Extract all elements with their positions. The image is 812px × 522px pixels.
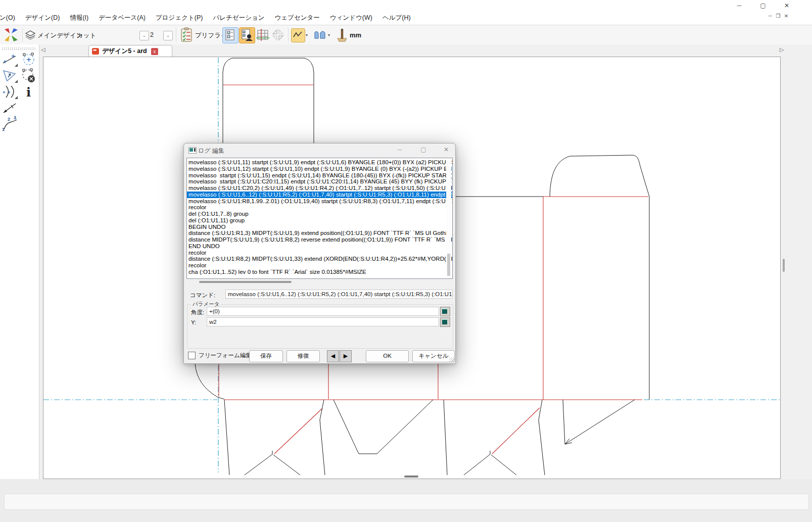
previous-command-button[interactable]: ◀ xyxy=(327,350,339,362)
window-titlebar: ─ ▢ ✕ xyxy=(0,0,812,11)
dialog-title: ログ 編集 xyxy=(198,147,224,155)
calculator-icon xyxy=(442,319,447,324)
mdi-minimize-button[interactable]: ─ xyxy=(766,13,774,19)
scale-dropdown-right[interactable]: ⌄ xyxy=(163,31,173,40)
repair-button[interactable]: 修復 xyxy=(286,350,320,362)
log-row-0[interactable]: movelasso (:S:U:U1,11) startpt (:S:U:U1,… xyxy=(187,159,452,166)
numbered-points-tool[interactable]: 1 2 3 xyxy=(1,116,18,132)
freeform-edit-checkbox[interactable] xyxy=(188,352,196,359)
dialog-maximize-button[interactable]: ▢ xyxy=(415,144,432,156)
tab-design5[interactable]: デザイン5 - ard x xyxy=(88,45,172,57)
document-icon xyxy=(92,48,99,55)
command-field[interactable]: movelasso (:S:U:U1,6..12) (:S:U:U1:R5,2)… xyxy=(225,290,453,299)
angle-line-tool[interactable] xyxy=(1,52,18,67)
lasso-remove-tool[interactable] xyxy=(20,68,37,83)
toolbar-grip xyxy=(2,48,35,49)
menu-item-5[interactable]: パレチゼーション xyxy=(208,14,269,22)
menu-item-4[interactable]: プロジェクト(P) xyxy=(151,14,208,22)
preflight-clipboard-icon[interactable] xyxy=(180,27,193,42)
units-pin-icon[interactable] xyxy=(336,27,349,42)
menu-item-2[interactable]: 情報(I) xyxy=(65,14,93,22)
tab-scroll-right-icon[interactable]: ▷ xyxy=(780,46,784,53)
log-row-16[interactable]: recolor xyxy=(187,262,452,269)
window-close-button[interactable]: ✕ xyxy=(775,0,798,11)
line-type-dropdown-arrow[interactable]: ▾ xyxy=(306,33,308,37)
log-row-15[interactable]: distance (:S:U:U1:R8,2) MIDPT(:S:U:U1,33… xyxy=(187,256,452,262)
double-arc-tool[interactable] xyxy=(1,84,18,100)
window-maximize-button[interactable]: ▢ xyxy=(751,0,775,11)
tab-close-button[interactable]: x xyxy=(151,48,158,55)
checklist-user-icon xyxy=(240,28,254,42)
menu-item-3[interactable]: データベース(A) xyxy=(93,14,151,22)
angle-field[interactable]: +(0) xyxy=(207,307,439,316)
line-type-button[interactable] xyxy=(291,28,305,42)
angle-label: 角度: xyxy=(191,309,204,316)
mdi-restore-button[interactable]: ❐ xyxy=(774,13,782,19)
svg-text:3: 3 xyxy=(14,116,16,120)
layer-name-label[interactable]: メインデザイン xyxy=(37,31,83,40)
checklist-user-button[interactable] xyxy=(239,27,255,43)
ok-button[interactable]: OK xyxy=(366,350,409,362)
flyout-arrow xyxy=(15,96,18,99)
info-tool[interactable]: i xyxy=(20,84,37,100)
checklist-button[interactable] xyxy=(222,27,238,43)
bridging-dropdown-arrow[interactable]: ▾ xyxy=(328,33,330,37)
status-bar xyxy=(0,479,812,522)
y-field[interactable]: w2 xyxy=(207,317,439,326)
window-minimize-button[interactable]: ─ xyxy=(728,0,751,11)
menu-item-0[interactable]: ン(O) xyxy=(0,14,20,22)
dialog-icon xyxy=(188,147,197,154)
scale-dropdown-left[interactable]: ⌄ xyxy=(139,31,149,40)
log-row-12[interactable]: distance MIDPT(:S:U:U1,9) (:S:U:U1:R8,2)… xyxy=(187,236,452,243)
log-row-9[interactable]: del (:O1:U1,11) group xyxy=(187,217,452,224)
dialog-resize-grip[interactable] xyxy=(449,357,454,362)
log-row-8[interactable]: del (:O1:U1,7..8) group xyxy=(187,211,452,217)
svg-text:2: 2 xyxy=(8,117,10,122)
rebuild-design-button[interactable] xyxy=(3,27,20,43)
dialog-close-button[interactable]: ✕ xyxy=(438,144,455,156)
menu-item-8[interactable]: ヘルプ(H) xyxy=(377,14,416,22)
log-row-5[interactable]: movelasso (:S:U:U1,6..12) (:S:U:U1:R5,2)… xyxy=(187,192,452,198)
mdi-close-button[interactable]: ✕ xyxy=(782,13,790,19)
grid-lines-icon[interactable] xyxy=(256,28,270,42)
log-row-13[interactable]: END UNDO xyxy=(187,243,452,250)
calculator-icon xyxy=(442,308,447,314)
canvas-horizontal-scrollbar-thumb[interactable] xyxy=(404,476,418,478)
canvas-vertical-scrollbar-thumb[interactable] xyxy=(783,259,785,272)
dialog-minimize-button[interactable]: ─ xyxy=(391,144,408,156)
y-calculator-button[interactable] xyxy=(440,317,450,327)
tab-label: デザイン5 - ard xyxy=(102,47,147,56)
lasso-add-tool[interactable] xyxy=(20,52,37,67)
log-row-4[interactable]: movelasso (:S:U:U1:C20,2) (:S:U:U1,49) (… xyxy=(187,185,452,192)
log-list-vertical-scrollbar-thumb[interactable] xyxy=(447,254,450,276)
next-command-button[interactable]: ▶ xyxy=(340,350,352,362)
flyout-arrow xyxy=(15,64,18,67)
log-row-17[interactable]: cha (:O1:U1,1..52) lev 0 to font `TTF R`… xyxy=(187,269,452,275)
save-button[interactable]: 保存 xyxy=(249,350,283,362)
dialog-titlebar[interactable]: ログ 編集 ─ ▢ ✕ xyxy=(184,144,455,156)
layers-icon[interactable] xyxy=(24,29,36,40)
toolbar-grip xyxy=(2,49,35,50)
menu-item-7[interactable]: ウィンドウ(W) xyxy=(325,14,377,22)
checklist-icon xyxy=(223,28,237,42)
log-list-horizontal-scrollbar-thumb[interactable] xyxy=(199,281,292,283)
line-arrow-tool[interactable] xyxy=(1,100,18,116)
cancel-button[interactable]: キャンセル xyxy=(412,350,455,362)
freeform-edit-row: フリーフォーム編集 xyxy=(188,352,252,359)
log-row-1[interactable]: movelasso (:S:U:U1,12) startpt (:S:U:U1,… xyxy=(187,166,452,172)
log-command-list[interactable]: movelasso (:S:U:U1,11) startpt (:S:U:U1,… xyxy=(186,158,453,279)
sublayer-name-label[interactable]: カット xyxy=(77,31,96,40)
tab-scroll-left-icon[interactable]: ◁ xyxy=(41,46,45,53)
menu-item-1[interactable]: デザイン(D) xyxy=(20,14,65,22)
units-label[interactable]: mm xyxy=(350,31,361,39)
svg-text:1: 1 xyxy=(2,127,5,132)
toolbar-separator xyxy=(288,28,289,42)
menu-item-6[interactable]: ウェブセンター xyxy=(270,14,325,22)
angle-calculator-button[interactable] xyxy=(440,307,450,316)
bridging-button[interactable] xyxy=(313,28,326,41)
menubar: ン(O)デザイン(D)情報(I)データベース(A)プロジェクト(P)パレチゼーシ… xyxy=(0,11,812,25)
arc-direction-tool[interactable] xyxy=(1,68,18,83)
y-label: Y: xyxy=(191,319,196,325)
log-row-6[interactable]: movelasso (:S:U:U1:R8,1.99..2.01) (:O1:U… xyxy=(187,198,452,205)
fit-view-icon-disabled xyxy=(271,28,285,42)
